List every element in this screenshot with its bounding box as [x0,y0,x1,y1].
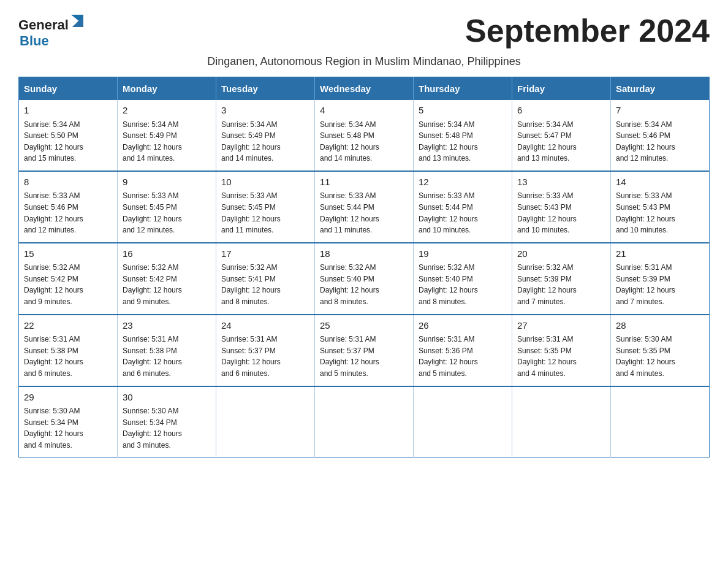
calendar-cell [216,386,315,458]
week-row-4: 22Sunrise: 5:31 AMSunset: 5:38 PMDayligh… [19,315,710,386]
day-number: 8 [24,175,112,190]
day-number: 1 [24,104,112,118]
day-info: Sunrise: 5:32 AMSunset: 5:39 PMDaylight:… [517,262,605,307]
calendar-cell [611,386,710,458]
day-info: Sunrise: 5:34 AMSunset: 5:50 PMDaylight:… [24,119,112,164]
calendar-cell: 15Sunrise: 5:32 AMSunset: 5:42 PMDayligh… [19,243,118,315]
col-header-friday: Friday [512,77,611,101]
day-number: 3 [221,104,309,118]
day-number: 28 [616,319,704,333]
day-info: Sunrise: 5:34 AMSunset: 5:48 PMDaylight:… [320,119,408,164]
day-info: Sunrise: 5:30 AMSunset: 5:34 PMDaylight:… [123,405,211,451]
day-number: 25 [320,319,408,333]
calendar-cell: 9Sunrise: 5:33 AMSunset: 5:45 PMDaylight… [118,171,216,243]
day-number: 27 [517,319,605,333]
calendar-cell: 27Sunrise: 5:31 AMSunset: 5:35 PMDayligh… [512,315,611,386]
day-number: 2 [123,104,211,118]
day-number: 19 [419,247,507,261]
day-info: Sunrise: 5:33 AMSunset: 5:43 PMDaylight:… [616,190,704,236]
col-header-wednesday: Wednesday [315,77,414,101]
day-number: 15 [24,247,112,261]
day-number: 6 [517,104,605,118]
day-info: Sunrise: 5:30 AMSunset: 5:35 PMDaylight:… [616,334,704,379]
logo-triangle-icon [69,12,86,29]
calendar-cell: 11Sunrise: 5:33 AMSunset: 5:44 PMDayligh… [315,171,414,243]
logo-text-blue: Blue [20,33,49,48]
calendar-cell: 20Sunrise: 5:32 AMSunset: 5:39 PMDayligh… [512,243,611,315]
calendar-cell: 6Sunrise: 5:34 AMSunset: 5:47 PMDaylight… [512,100,611,171]
day-number: 10 [221,175,309,190]
calendar-cell: 26Sunrise: 5:31 AMSunset: 5:36 PMDayligh… [414,315,512,386]
calendar-cell: 5Sunrise: 5:34 AMSunset: 5:48 PMDaylight… [414,100,512,171]
logo-wordmark: General Blue [18,12,86,49]
col-header-thursday: Thursday [414,77,512,101]
calendar-cell: 13Sunrise: 5:33 AMSunset: 5:43 PMDayligh… [512,171,611,243]
day-info: Sunrise: 5:33 AMSunset: 5:45 PMDaylight:… [221,190,309,236]
calendar-cell: 18Sunrise: 5:32 AMSunset: 5:40 PMDayligh… [315,243,414,315]
calendar-cell: 12Sunrise: 5:33 AMSunset: 5:44 PMDayligh… [414,171,512,243]
calendar-cell: 4Sunrise: 5:34 AMSunset: 5:48 PMDaylight… [315,100,414,171]
logo: General Blue [18,12,86,49]
calendar-header-row: SundayMondayTuesdayWednesdayThursdayFrid… [19,77,710,101]
day-number: 14 [616,175,704,190]
day-info: Sunrise: 5:33 AMSunset: 5:45 PMDaylight:… [123,190,211,236]
calendar-cell: 24Sunrise: 5:31 AMSunset: 5:37 PMDayligh… [216,315,315,386]
week-row-1: 1Sunrise: 5:34 AMSunset: 5:50 PMDaylight… [19,100,710,171]
day-number: 24 [221,319,309,333]
day-info: Sunrise: 5:31 AMSunset: 5:37 PMDaylight:… [221,334,309,379]
calendar-cell: 21Sunrise: 5:31 AMSunset: 5:39 PMDayligh… [611,243,710,315]
week-row-2: 8Sunrise: 5:33 AMSunset: 5:46 PMDaylight… [19,171,710,243]
day-number: 7 [616,104,704,118]
calendar-cell: 3Sunrise: 5:34 AMSunset: 5:49 PMDaylight… [216,100,315,171]
day-info: Sunrise: 5:33 AMSunset: 5:46 PMDaylight:… [24,190,112,236]
day-number: 5 [419,104,507,118]
location-subtitle: Dinganen, Autonomous Region in Muslim Mi… [18,55,710,68]
day-number: 26 [419,319,507,333]
day-number: 11 [320,175,408,190]
day-info: Sunrise: 5:33 AMSunset: 5:43 PMDaylight:… [517,190,605,236]
calendar-cell: 25Sunrise: 5:31 AMSunset: 5:37 PMDayligh… [315,315,414,386]
calendar-cell [414,386,512,458]
calendar-cell: 16Sunrise: 5:32 AMSunset: 5:42 PMDayligh… [118,243,216,315]
day-number: 17 [221,247,309,261]
day-number: 18 [320,247,408,261]
day-info: Sunrise: 5:32 AMSunset: 5:40 PMDaylight:… [419,262,507,307]
day-info: Sunrise: 5:34 AMSunset: 5:48 PMDaylight:… [419,119,507,164]
day-number: 22 [24,319,112,333]
day-info: Sunrise: 5:31 AMSunset: 5:37 PMDaylight:… [320,334,408,379]
calendar-table: SundayMondayTuesdayWednesdayThursdayFrid… [18,77,710,458]
day-number: 9 [123,175,211,190]
calendar-cell: 1Sunrise: 5:34 AMSunset: 5:50 PMDaylight… [19,100,118,171]
col-header-sunday: Sunday [19,77,118,101]
day-number: 29 [24,391,112,405]
logo-text-general: General [18,17,69,33]
day-info: Sunrise: 5:34 AMSunset: 5:49 PMDaylight:… [123,119,211,164]
day-info: Sunrise: 5:30 AMSunset: 5:34 PMDaylight:… [24,405,112,451]
day-info: Sunrise: 5:31 AMSunset: 5:35 PMDaylight:… [517,334,605,379]
calendar-cell: 14Sunrise: 5:33 AMSunset: 5:43 PMDayligh… [611,171,710,243]
day-number: 30 [123,391,211,405]
calendar-cell: 29Sunrise: 5:30 AMSunset: 5:34 PMDayligh… [19,386,118,458]
day-number: 16 [123,247,211,261]
page-header: General Blue September 2024 [18,12,710,49]
day-info: Sunrise: 5:33 AMSunset: 5:44 PMDaylight:… [320,190,408,236]
calendar-cell: 17Sunrise: 5:32 AMSunset: 5:41 PMDayligh… [216,243,315,315]
calendar-cell: 10Sunrise: 5:33 AMSunset: 5:45 PMDayligh… [216,171,315,243]
day-info: Sunrise: 5:33 AMSunset: 5:44 PMDaylight:… [419,190,507,236]
calendar-cell: 30Sunrise: 5:30 AMSunset: 5:34 PMDayligh… [118,386,216,458]
day-info: Sunrise: 5:34 AMSunset: 5:47 PMDaylight:… [517,119,605,164]
calendar-cell: 23Sunrise: 5:31 AMSunset: 5:38 PMDayligh… [118,315,216,386]
day-info: Sunrise: 5:34 AMSunset: 5:49 PMDaylight:… [221,119,309,164]
day-number: 20 [517,247,605,261]
day-info: Sunrise: 5:31 AMSunset: 5:36 PMDaylight:… [419,334,507,379]
day-number: 4 [320,104,408,118]
calendar-cell: 2Sunrise: 5:34 AMSunset: 5:49 PMDaylight… [118,100,216,171]
day-info: Sunrise: 5:32 AMSunset: 5:40 PMDaylight:… [320,262,408,307]
col-header-saturday: Saturday [611,77,710,101]
day-info: Sunrise: 5:31 AMSunset: 5:39 PMDaylight:… [616,262,704,307]
day-info: Sunrise: 5:32 AMSunset: 5:42 PMDaylight:… [24,262,112,307]
calendar-cell: 19Sunrise: 5:32 AMSunset: 5:40 PMDayligh… [414,243,512,315]
calendar-cell: 28Sunrise: 5:30 AMSunset: 5:35 PMDayligh… [611,315,710,386]
day-number: 13 [517,175,605,190]
day-info: Sunrise: 5:31 AMSunset: 5:38 PMDaylight:… [123,334,211,379]
